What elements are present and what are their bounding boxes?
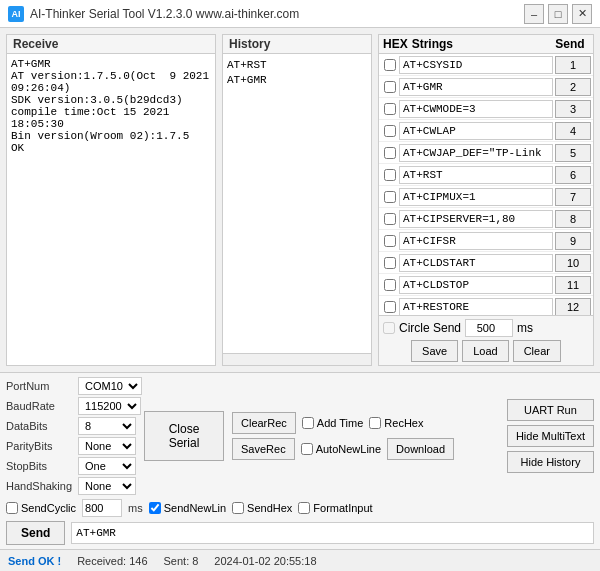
mt-send-btn-2[interactable]: 2 [555,78,591,96]
download-button[interactable]: Download [387,438,454,460]
addtime-checkbox[interactable] [302,417,314,429]
clear-button[interactable]: Clear [513,340,561,362]
mt-check-3[interactable] [384,103,396,115]
list-item: AT+RST [227,58,367,73]
sendnewline-checkbox[interactable] [149,502,161,514]
param-portnum: PortNum COM10 [6,377,136,395]
stopbits-select[interactable]: One [78,457,136,475]
mt-check-10[interactable] [384,257,396,269]
rechex-checkbox[interactable] [369,417,381,429]
mt-row-2: 2 [379,76,593,98]
autonewline-text: AutoNewLine [316,443,381,455]
mt-checkbox-1[interactable] [381,59,399,71]
mt-checkbox-8[interactable] [381,213,399,225]
mt-send-btn-7[interactable]: 7 [555,188,591,206]
databits-select[interactable]: 8 [78,417,136,435]
mt-input-1[interactable] [399,56,553,74]
mt-send-btn-12[interactable]: 12 [555,298,591,316]
mid-row-2: SaveRec AutoNewLine Download [232,438,499,460]
paritybits-label: ParityBits [6,440,74,452]
mt-check-12[interactable] [384,301,396,313]
mt-checkbox-6[interactable] [381,169,399,181]
formatinput-checkbox[interactable] [298,502,310,514]
mt-send-btn-5[interactable]: 5 [555,144,591,162]
close-serial-button[interactable]: Close Serial [144,411,224,461]
ms-label: ms [128,502,143,514]
minimize-button[interactable]: – [524,4,544,24]
multitext-panel: HEX Strings Send 1 2 3 [378,34,594,366]
mt-check-6[interactable] [384,169,396,181]
formatinput-text: FormatInput [313,502,372,514]
save-button[interactable]: Save [411,340,458,362]
paritybits-select[interactable]: None [78,437,136,455]
maximize-button[interactable]: □ [548,4,568,24]
mt-input-4[interactable] [399,122,553,140]
mt-row-7: 7 [379,186,593,208]
mt-check-11[interactable] [384,279,396,291]
mt-check-7[interactable] [384,191,396,203]
mt-checkbox-11[interactable] [381,279,399,291]
mt-check-5[interactable] [384,147,396,159]
mt-row-6: 6 [379,164,593,186]
mt-checkbox-5[interactable] [381,147,399,159]
mt-checkbox-10[interactable] [381,257,399,269]
mt-input-5[interactable] [399,144,553,162]
hide-history-button[interactable]: Hide History [507,451,594,473]
sendcyclic-input[interactable] [82,499,122,517]
mt-input-8[interactable] [399,210,553,228]
handshaking-label: HandShaking [6,480,74,492]
mt-input-11[interactable] [399,276,553,294]
close-button[interactable]: ✕ [572,4,592,24]
mt-send-btn-6[interactable]: 6 [555,166,591,184]
mt-input-12[interactable] [399,298,553,316]
mt-checkbox-9[interactable] [381,235,399,247]
mt-checkbox-12[interactable] [381,301,399,313]
right-controls: UART Run Hide MultiText Hide History [507,399,594,473]
send-ok-status: Send OK ! [8,555,61,567]
autonewline-checkbox[interactable] [301,443,313,455]
circle-send-checkbox [383,322,395,334]
mt-checkbox-7[interactable] [381,191,399,203]
mt-check-8[interactable] [384,213,396,225]
mt-send-btn-4[interactable]: 4 [555,122,591,140]
history-hscroll[interactable] [223,353,371,365]
circle-send-input[interactable] [465,319,513,337]
mt-checkbox-4[interactable] [381,125,399,137]
mt-check-4[interactable] [384,125,396,137]
receive-panel: Receive AT+GMR AT version:1.7.5.0(Oct 9 … [6,34,216,366]
send-button[interactable]: Send [6,521,65,545]
mt-checkbox-2[interactable] [381,81,399,93]
mt-send-btn-1[interactable]: 1 [555,56,591,74]
receive-textarea[interactable]: AT+GMR AT version:1.7.5.0(Oct 9 2021 09:… [7,54,215,365]
mt-send-btn-10[interactable]: 10 [555,254,591,272]
mid-controls: ClearRec Add Time RecHex SaveRec AutoNew… [232,412,499,460]
mt-check-9[interactable] [384,235,396,247]
multitext-footer: Circle Send ms Save Load Clear [379,315,593,365]
receive-panel-header: Receive [7,35,215,54]
send-input[interactable] [71,522,594,544]
sendhex-checkbox[interactable] [232,502,244,514]
load-button[interactable]: Load [462,340,508,362]
baudrate-select[interactable]: 115200 [78,397,141,415]
portnum-select[interactable]: COM10 [78,377,142,395]
mt-check-1[interactable] [384,59,396,71]
uart-run-button[interactable]: UART Run [507,399,594,421]
mt-send-btn-11[interactable]: 11 [555,276,591,294]
mt-send-btn-9[interactable]: 9 [555,232,591,250]
mt-input-2[interactable] [399,78,553,96]
mt-check-2[interactable] [384,81,396,93]
handshaking-select[interactable]: None [78,477,136,495]
mt-input-9[interactable] [399,232,553,250]
mt-input-3[interactable] [399,100,553,118]
hide-multitext-button[interactable]: Hide MultiText [507,425,594,447]
mt-input-10[interactable] [399,254,553,272]
mt-send-btn-3[interactable]: 3 [555,100,591,118]
clearrec-button[interactable]: ClearRec [232,412,296,434]
mt-input-7[interactable] [399,188,553,206]
mt-send-btn-8[interactable]: 8 [555,210,591,228]
mt-checkbox-3[interactable] [381,103,399,115]
sendcyclic-checkbox[interactable] [6,502,18,514]
mt-input-6[interactable] [399,166,553,184]
sendcyclic-label: SendCyclic [6,502,76,514]
saverec-button[interactable]: SaveRec [232,438,295,460]
